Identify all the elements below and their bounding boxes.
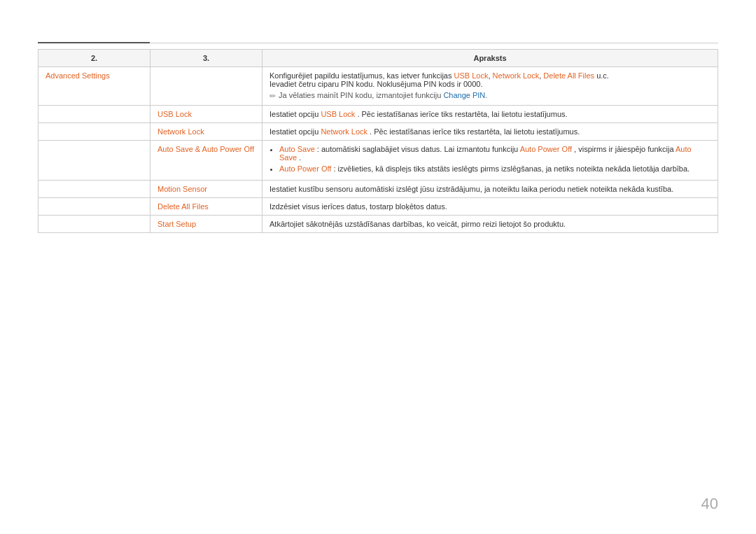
delete-all-link-inline: Delete All Files — [543, 71, 594, 80]
delete-all-label: Delete All Files — [158, 202, 209, 211]
cell-start-setup: Start Setup — [150, 216, 262, 233]
auto-power-off-link2: Auto Power Off — [279, 164, 331, 173]
table-row: Network Lock Iestatiet opciju Network Lo… — [38, 123, 718, 141]
advanced-desc-line2: Ievadiet četru ciparu PIN kodu. Noklusēj… — [270, 80, 482, 88]
table-row: Advanced Settings Konfigurējiet papildu … — [38, 67, 718, 106]
note-text: Ja vēlaties mainīt PIN kodu, izmantojiet… — [279, 91, 487, 99]
cell-col1-setup — [38, 216, 150, 233]
network-lock-label: Network Lock — [158, 127, 204, 136]
table-row: USB Lock Iestatiet opciju USB Lock . Pēc… — [38, 106, 718, 123]
page-number: 40 — [701, 495, 718, 513]
header-light-line — [150, 43, 718, 43]
network-desc-after: . Pēc iestatīšanas ierīce tiks restartēt… — [370, 127, 580, 136]
cell-col1-network — [38, 123, 150, 141]
cell-setup-desc: Atkārtojiet sākotnējās uzstādīšanas darb… — [262, 216, 718, 233]
autosave-end: . — [299, 153, 301, 162]
autosave-bullet2-text: : izvēlieties, kā displejs tiks atstāts … — [333, 164, 690, 173]
usb-lock-link: USB Lock — [321, 110, 355, 118]
cell-advanced-settings: Advanced Settings — [38, 67, 150, 106]
cell-usb-lock: USB Lock — [150, 106, 262, 123]
setup-desc: Atkārtojiet sākotnējās uzstādīšanas darb… — [270, 220, 566, 228]
col2-header: 3. — [150, 50, 262, 67]
main-table: 2. 3. Apraksts Advanced Settings Konfigu… — [38, 49, 718, 233]
cell-delete-desc: Izdzēsiet visus ierīces datus, tostarp b… — [262, 198, 718, 216]
cell-motion-sensor: Motion Sensor — [150, 181, 262, 198]
table-row: Start Setup Atkārtojiet sākotnējās uzstā… — [38, 216, 718, 233]
cell-autosave: Auto Save & Auto Power Off — [150, 141, 262, 181]
cell-col2-advanced — [150, 67, 262, 106]
cell-autosave-desc: Auto Save : automātiski saglabājiet visu… — [262, 141, 718, 181]
cell-col1-delete — [38, 198, 150, 216]
advanced-settings-link: Advanced Settings — [46, 71, 110, 80]
cell-usb-desc: Iestatiet opciju USB Lock . Pēc iestatīš… — [262, 106, 718, 123]
cell-advanced-desc: Konfigurējiet papildu iestatījumus, kas … — [262, 67, 718, 106]
col3-header: Apraksts — [262, 50, 718, 67]
autosave-mid2: , vispirms ir jāiespējo funkcija — [574, 145, 673, 153]
cell-delete-all: Delete All Files — [150, 198, 262, 216]
table-row: Auto Save & Auto Power Off Auto Save : a… — [38, 141, 718, 181]
network-desc-before: Iestatiet opciju — [270, 127, 318, 136]
network-lock-link: Network Lock — [321, 127, 368, 136]
change-pin-link: Change PIN — [443, 91, 485, 99]
autosave-mid1: : automātiski saglabājiet visus datus. L… — [317, 145, 518, 153]
usb-desc-before: Iestatiet opciju — [270, 110, 318, 118]
start-setup-label: Start Setup — [158, 220, 196, 228]
cell-col1-motion — [38, 181, 150, 198]
usb-lock-link-inline: USB Lock — [454, 71, 489, 80]
usb-lock-label: USB Lock — [158, 110, 192, 118]
header-divider — [38, 42, 718, 43]
note-before: Ja vēlaties mainīt PIN kodu, izmantojiet… — [279, 91, 441, 99]
advanced-desc-end: u.c. — [596, 71, 609, 80]
network-lock-link-inline: Network Lock — [493, 71, 540, 80]
table-header-row: 2. 3. Apraksts — [38, 50, 718, 67]
cell-motion-desc: Iestatiet kustību sensoru automātiski iz… — [262, 181, 718, 198]
motion-desc: Iestatiet kustību sensoru automātiski iz… — [270, 185, 673, 193]
delete-desc: Izdzēsiet visus ierīces datus, tostarp b… — [270, 202, 447, 211]
autosave-list: Auto Save : automātiski saglabājiet visu… — [270, 145, 710, 173]
auto-power-off-link: Auto Power Off — [520, 145, 572, 153]
cell-network-lock: Network Lock — [150, 123, 262, 141]
cell-network-desc: Iestatiet opciju Network Lock . Pēc iest… — [262, 123, 718, 141]
col1-header: 2. — [38, 50, 150, 67]
note-row: ✏ Ja vēlaties mainīt PIN kodu, izmantoji… — [270, 91, 710, 101]
motion-sensor-label: Motion Sensor — [158, 185, 207, 193]
table-row: Motion Sensor Iestatiet kustību sensoru … — [38, 181, 718, 198]
note-period: . — [485, 91, 487, 99]
autosave-label: Auto Save & Auto Power Off — [158, 145, 254, 153]
auto-save-link1: Auto Save — [279, 145, 315, 153]
autosave-bullet1: Auto Save : automātiski saglabājiet visu… — [279, 145, 710, 162]
page-container: 2. 3. Apraksts Advanced Settings Konfigu… — [0, 0, 756, 261]
table-row: Delete All Files Izdzēsiet visus ierīces… — [38, 198, 718, 216]
pencil-icon: ✏ — [270, 92, 276, 101]
advanced-desc-intro: Konfigurējiet papildu iestatījumus, kas … — [270, 71, 451, 80]
usb-desc-after: . Pēc iestatīšanas ierīce tiks restartēt… — [357, 110, 567, 118]
header-accent-line — [38, 42, 150, 43]
cell-col1-autosave — [38, 141, 150, 181]
autosave-bullet2: Auto Power Off : izvēlieties, kā displej… — [279, 164, 710, 173]
cell-col1-usb — [38, 106, 150, 123]
